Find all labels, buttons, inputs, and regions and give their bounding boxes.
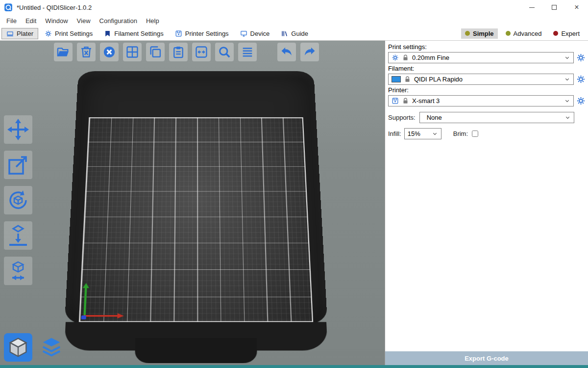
open-folder-icon: [56, 45, 70, 59]
bed-frame: [65, 71, 328, 324]
chevron-down-icon: [564, 54, 570, 61]
minimize-icon: [529, 7, 535, 8]
3d-editor-view-button[interactable]: [4, 333, 32, 362]
rotate-icon: [6, 188, 30, 212]
menu-configuration[interactable]: Configuration: [95, 15, 142, 26]
sidebar: Print settings: 0.20mm Fine Filament:: [385, 41, 588, 365]
printer-combo[interactable]: X-smart 3: [388, 95, 574, 106]
infill-combo[interactable]: 15%: [404, 128, 441, 139]
open-button[interactable]: [54, 43, 73, 61]
undo-button[interactable]: [277, 43, 296, 61]
expert-mode-dot-icon: [553, 31, 558, 36]
supports-combo[interactable]: None: [419, 112, 574, 123]
move-button[interactable]: [4, 115, 32, 144]
printer-label: Printer:: [388, 86, 586, 94]
x-axis-arrow: [83, 315, 117, 317]
rotate-button[interactable]: [4, 186, 32, 214]
delete-all-button[interactable]: [100, 43, 119, 61]
place-on-face-button[interactable]: [4, 221, 32, 250]
copy-button[interactable]: [146, 43, 165, 61]
tab-plater[interactable]: Plater: [1, 28, 38, 39]
menu-view[interactable]: View: [73, 15, 95, 26]
infill-label: Infill:: [388, 130, 401, 137]
brim-checkbox[interactable]: [472, 131, 478, 137]
mode-advanced-label: Advanced: [514, 30, 542, 37]
tab-plater-label: Plater: [17, 30, 33, 37]
3d-cube-icon: [7, 336, 29, 359]
menu-edit[interactable]: Edit: [21, 15, 41, 26]
print-settings-value: 0.20mm Fine: [412, 54, 449, 61]
menubar: File Edit Window View Configuration Help: [0, 15, 588, 26]
print-settings-combo[interactable]: 0.20mm Fine: [388, 52, 574, 63]
scale-button[interactable]: [4, 151, 32, 179]
tab-guide-label: Guide: [291, 30, 308, 37]
scale-icon: [6, 153, 30, 177]
maximize-icon: [552, 5, 557, 10]
device-icon: [240, 30, 247, 37]
close-button[interactable]: ×: [565, 0, 588, 15]
delete-all-icon: [102, 45, 116, 59]
menu-file[interactable]: File: [2, 15, 21, 26]
minimize-button[interactable]: [520, 0, 543, 15]
printer-gear-button[interactable]: [576, 96, 586, 105]
lock-icon: [402, 97, 409, 105]
gear-icon: [576, 75, 586, 84]
search-button[interactable]: [215, 43, 234, 61]
tab-device[interactable]: Device: [235, 28, 275, 39]
tab-guide[interactable]: Guide: [276, 28, 313, 39]
filament-combo[interactable]: QIDI PLA Rapido: [388, 74, 574, 85]
filament-label: Filament:: [388, 65, 586, 72]
variable-layer-height-button[interactable]: [238, 43, 257, 61]
export-gcode-button[interactable]: Export G-code: [385, 351, 588, 365]
tab-print-settings-label: Print Settings: [55, 30, 93, 37]
tab-filament-settings-label: Filament Settings: [114, 30, 163, 37]
view-switch: [4, 333, 66, 362]
printer-icon: [175, 30, 182, 37]
bed-grid: [79, 117, 313, 322]
lock-icon: [404, 76, 411, 83]
delete-icon: [79, 45, 93, 59]
z-axis-marker: [81, 315, 86, 319]
menu-help[interactable]: Help: [142, 15, 164, 26]
redo-button[interactable]: [300, 43, 319, 61]
arrange-button[interactable]: [123, 43, 142, 61]
mode-expert[interactable]: Expert: [549, 28, 584, 39]
simple-mode-dot-icon: [465, 31, 470, 36]
gear-icon: [45, 30, 52, 37]
mode-expert-label: Expert: [561, 30, 580, 37]
main-area: Print settings: 0.20mm Fine Filament:: [0, 41, 588, 365]
printer-row: X-smart 3: [388, 95, 586, 106]
bottom-status-strip: [0, 365, 588, 368]
tabbar: Plater Print Settings Filament Settings …: [0, 26, 588, 41]
viewport-3d[interactable]: [0, 41, 385, 365]
advanced-mode-dot-icon: [506, 31, 511, 36]
mode-switcher: Simple Advanced Expert: [461, 28, 587, 39]
tab-printer-settings[interactable]: Printer Settings: [170, 28, 234, 39]
gear-icon: [576, 96, 586, 105]
guide-icon: [281, 30, 288, 37]
app-window: *Untitled - QIDISlicer-1.0.2 × File Edit…: [0, 0, 588, 368]
menu-window[interactable]: Window: [41, 15, 72, 26]
print-settings-gear-button[interactable]: [576, 53, 586, 62]
split-button[interactable]: [192, 43, 211, 61]
filament-row: QIDI PLA Rapido: [388, 74, 586, 85]
split-icon: [195, 45, 208, 59]
filament-gear-button[interactable]: [576, 75, 586, 84]
chevron-down-icon: [564, 98, 570, 104]
delete-button[interactable]: [77, 43, 96, 61]
measure-button[interactable]: [4, 257, 32, 285]
y-axis-arrow: [83, 288, 87, 316]
tab-device-label: Device: [250, 30, 270, 37]
redo-icon: [303, 45, 317, 59]
window-controls: ×: [520, 0, 588, 15]
maximize-button[interactable]: [543, 0, 565, 15]
layers-preview-icon: [40, 336, 63, 359]
mode-simple[interactable]: Simple: [461, 28, 498, 39]
filament-icon: [104, 30, 111, 37]
mode-simple-label: Simple: [473, 30, 494, 37]
mode-advanced[interactable]: Advanced: [502, 28, 546, 39]
preview-view-button[interactable]: [37, 333, 66, 362]
tab-filament-settings[interactable]: Filament Settings: [99, 28, 168, 39]
tab-print-settings[interactable]: Print Settings: [40, 28, 98, 39]
paste-button[interactable]: [169, 43, 188, 61]
